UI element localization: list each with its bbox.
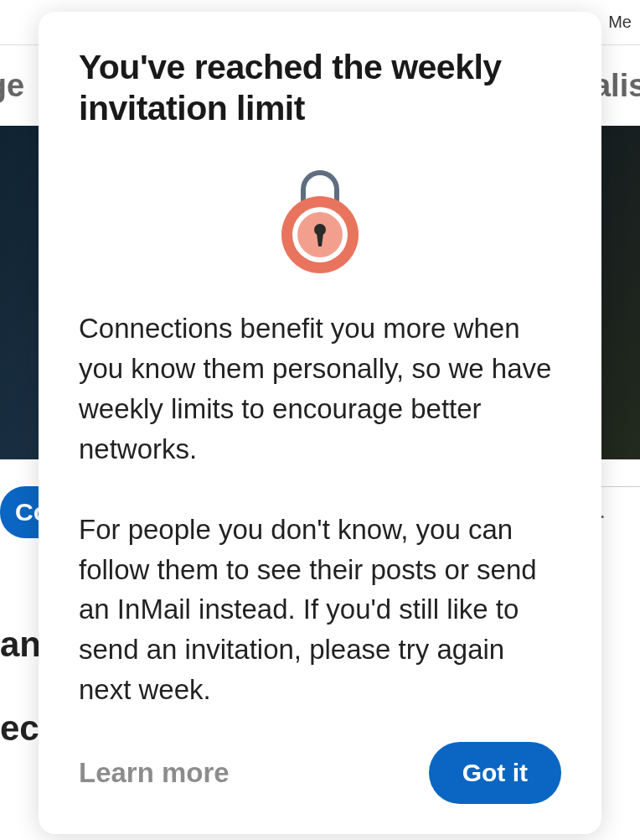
learn-more-button[interactable]: Learn more (79, 757, 230, 789)
modal-body: Connections benefit you more when you kn… (79, 309, 561, 710)
modal-paragraph-1: Connections benefit you more when you kn… (79, 309, 561, 469)
lock-illustration-container (79, 164, 561, 273)
invitation-limit-modal: You've reached the weekly invitation lim… (39, 12, 601, 834)
modal-actions: Learn more Got it (79, 742, 561, 804)
modal-overlay: You've reached the weekly invitation lim… (0, 0, 640, 840)
modal-title: You've reached the weekly invitation lim… (79, 47, 561, 129)
lock-icon (274, 164, 366, 273)
modal-paragraph-2: For people you don't know, you can follo… (79, 510, 561, 710)
got-it-button[interactable]: Got it (429, 742, 561, 804)
